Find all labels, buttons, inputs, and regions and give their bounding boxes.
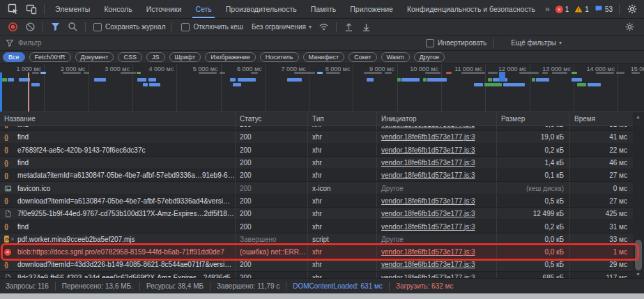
network-conditions-icon[interactable]	[319, 22, 329, 32]
devtools-network-panel: ЭлементыКонсольИсточникиСетьПроизводител…	[0, 0, 644, 299]
scroll-up-icon[interactable]: ▲	[636, 114, 641, 119]
divider	[619, 4, 620, 14]
column-size[interactable]: Размер	[496, 112, 569, 125]
chevron-down-icon: ▾	[309, 24, 312, 30]
inspect-element-icon[interactable]	[8, 3, 19, 15]
vertical-scrollbar[interactable]: ▼	[633, 126, 644, 278]
table-row[interactable]: {}download?itemId=a6130847-05be-4be7-afb…	[0, 195, 633, 208]
table-row[interactable]: {}e7689f24-ae5c-420b-9143-70f6ec6dc37c 2…	[0, 144, 633, 157]
summary-bar: Запросы: 116Перенесено: 13,6 МБ.Ресурсы:…	[0, 278, 644, 293]
tab-memory[interactable]: Память	[304, 0, 344, 18]
summary-stat: Запросы: 116	[6, 282, 49, 290]
request-name: metadata?itemId=a6130847-05be-4be7-afbf-…	[17, 171, 235, 179]
filter-chip-js[interactable]: JS	[146, 52, 165, 62]
preserve-log-checkbox[interactable]	[93, 23, 102, 31]
table-row[interactable]: 8dc374e9-fb66-4203-a34d-eee0c62d569f?X-A…	[0, 272, 633, 278]
table-row[interactable]: {}find 200 xhr vendor.18fe6fb1d573e177.j…	[0, 220, 633, 233]
filter-chip-other[interactable]: Другое	[414, 52, 445, 62]
initiator-link[interactable]: vendor.18fe6fb1d573e177.js:3	[381, 248, 475, 256]
table-row[interactable]: 7f0e9255-1b9f-44ed-9767-cd753b100d31?X-A…	[0, 208, 633, 220]
filter-funnel-icon[interactable]	[50, 22, 61, 32]
settings-gear-icon[interactable]	[627, 3, 638, 15]
filter-chip-css[interactable]: CSS	[118, 52, 142, 62]
filter-input[interactable]: Фильтр	[18, 39, 422, 47]
initiator-link[interactable]: vendor.18fe6fb1d573e177.js:3	[381, 261, 475, 268]
table-row[interactable]: {}download?itemId=43d3d226-b149-4085-862…	[0, 259, 633, 271]
filter-chip-socket[interactable]: Сокет	[348, 52, 376, 62]
initiator-link[interactable]: vendor.18fe6fb1d573e177.js:3	[381, 210, 475, 217]
request-type-icon: ×	[4, 249, 15, 256]
initiator-link[interactable]: vendor.18fe6fb1d573e177.js:3	[381, 223, 475, 231]
scrollbar-thumb[interactable]	[635, 240, 642, 270]
more-tabs-icon[interactable]: »	[545, 4, 550, 14]
clear-icon[interactable]	[25, 22, 36, 32]
request-type-icon	[4, 185, 15, 192]
tab-sources[interactable]: Источники	[139, 0, 189, 18]
column-initiator[interactable]: Инициатор	[376, 112, 496, 125]
table-row[interactable]: {}find 200 xhr vendor.18fe6fb1d573e177.j…	[0, 157, 633, 169]
divider	[43, 22, 43, 32]
initiator-link[interactable]: vendor.18fe6fb1d573e177.js:3	[381, 197, 475, 205]
filter-chip-manifest[interactable]: Манифест	[303, 52, 345, 62]
table-row[interactable]: {}metadata?itemId=a6130847-05be-4be7-afb…	[0, 169, 633, 182]
throttling-select[interactable]: Без ограничения ▾	[252, 23, 312, 31]
table-row[interactable]: {}find 200 xhr vendor.18fe6fb1d573e177.j…	[0, 131, 633, 144]
warning-badge[interactable]: 1	[574, 5, 589, 13]
filter-chip-wasm[interactable]: Wasm	[381, 52, 410, 62]
initiator-link[interactable]: vendor.18fe6fb1d573e177.js:3	[381, 146, 475, 154]
preserve-log-label[interactable]: Сохранять журнал	[105, 23, 165, 31]
request-name: e7689f24-ae5c-420b-9143-70f6ec6dc37c	[17, 146, 145, 154]
image-icon	[4, 185, 12, 192]
column-time[interactable]: Время	[569, 112, 633, 125]
invert-checkbox[interactable]	[426, 39, 434, 47]
time-cell: 46 мс	[569, 157, 633, 169]
export-har-icon[interactable]	[361, 22, 371, 32]
initiator-link[interactable]: vendor.18fe6fb1d573e177.js:3	[381, 159, 475, 167]
timeline-overview[interactable]: 1 000 мс2 000 мс3 000 мс4 000 мс5 000 мс…	[0, 63, 644, 112]
disable-cache-checkbox[interactable]	[181, 23, 190, 31]
import-har-icon[interactable]	[344, 22, 354, 32]
network-settings-gear-icon[interactable]	[624, 22, 635, 32]
tab-network[interactable]: Сеть	[188, 0, 218, 18]
status-cell: 200	[235, 144, 307, 156]
table-row[interactable]: {}find 200 xhr vendor.18fe6fb1d573e177.j…	[0, 126, 633, 131]
filter-chip-all[interactable]: Все	[3, 52, 25, 62]
disable-cache-label[interactable]: Отключить кеш	[193, 23, 243, 31]
initiator-link[interactable]: vendor.18fe6fb1d573e177.js:3	[381, 126, 475, 128]
time-cell: 22 мс	[569, 144, 633, 156]
time-cell: 31 мс	[569, 126, 633, 130]
error-badge[interactable]: × 1	[555, 6, 569, 13]
filter-chip-font[interactable]: Шрифт	[169, 52, 201, 62]
invert-label[interactable]: Инвертировать	[438, 39, 486, 47]
scroll-down-icon[interactable]: ▼	[636, 272, 641, 277]
issues-badge[interactable]: 53	[595, 5, 613, 13]
tab-performance[interactable]: Производительность	[219, 0, 304, 18]
status-cell: 200	[235, 131, 307, 143]
more-filters-button[interactable]: Ещё фильтры ▾	[511, 39, 562, 47]
filter-chip-fetch-xhr[interactable]: Fetch/XHR	[29, 52, 71, 62]
filter-chip-document[interactable]: Документ	[75, 52, 114, 62]
column-status[interactable]: Статус	[235, 112, 307, 125]
search-icon[interactable]	[68, 22, 78, 32]
table-row[interactable]: JSpdf.worker.mina9cceeb2ba5ef207.mjs Зав…	[0, 233, 633, 246]
table-header: Название Статус Тип Инициатор Размер Вре…	[0, 112, 633, 126]
table-row[interactable]: favicon.ico 200 x-icon Другое (кеш диска…	[0, 182, 633, 194]
filter-chip-media[interactable]: Носитель	[260, 52, 299, 62]
filter-chip-image[interactable]: Изображение	[205, 52, 256, 62]
tab-application[interactable]: Приложение	[343, 0, 400, 18]
initiator-link[interactable]: Другое	[381, 185, 404, 192]
device-toolbar-icon[interactable]	[26, 3, 37, 15]
initiator-link[interactable]: Другое	[381, 236, 404, 243]
chat-bubble-icon	[595, 5, 603, 13]
time-cell: 0 мс	[569, 182, 633, 194]
column-type[interactable]: Тип	[307, 112, 376, 125]
table-row[interactable]: ×blob:https://docs.sgnl.pro/e0782958-815…	[0, 246, 633, 259]
tab-elements[interactable]: Элементы	[48, 0, 97, 18]
initiator-link[interactable]: vendor.18fe6fb1d573e177.js:3	[381, 133, 475, 141]
initiator-link[interactable]: vendor.18fe6fb1d573e177.js:3	[381, 171, 475, 179]
tab-console[interactable]: Консоль	[97, 0, 139, 18]
record-icon[interactable]	[8, 22, 18, 32]
tab-privacy[interactable]: Конфиденциальность и безопасность	[400, 0, 542, 18]
time-cell: 33 мс	[569, 233, 633, 245]
column-name[interactable]: Название	[0, 112, 235, 125]
